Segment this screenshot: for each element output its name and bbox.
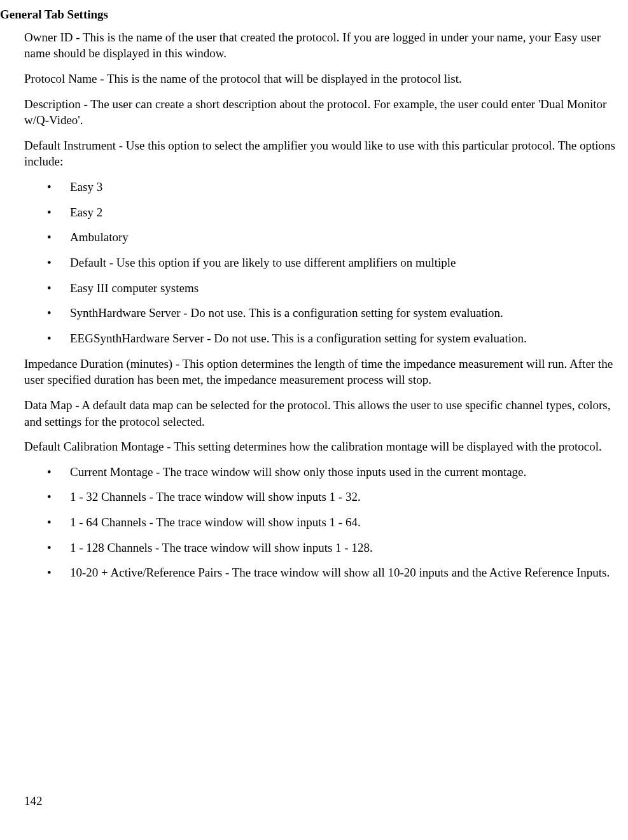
paragraph-calibration: Default Calibration Montage - This setti… bbox=[24, 438, 628, 455]
list-item: 10-20 + Active/Reference Pairs - The tra… bbox=[24, 564, 628, 581]
list-item: 1 - 128 Channels - The trace window will… bbox=[24, 540, 628, 556]
list-item: SynthHardware Server - Do not use. This … bbox=[24, 305, 628, 321]
document-page: General Tab Settings Owner ID - This is … bbox=[0, 0, 628, 581]
paragraph-impedance: Impedance Duration (minutes) - This opti… bbox=[24, 356, 628, 388]
list-item: 1 - 32 Channels - The trace window will … bbox=[24, 489, 628, 505]
paragraph-owner-id: Owner ID - This is the name of the user … bbox=[24, 29, 628, 62]
list-item: Ambulatory bbox=[24, 229, 628, 246]
page-number: 142 bbox=[24, 793, 43, 809]
paragraph-protocol-name: Protocol Name - This is the name of the … bbox=[24, 71, 628, 87]
list-item: Easy 3 bbox=[24, 179, 628, 195]
paragraph-default-instrument: Default Instrument - Use this option to … bbox=[24, 137, 628, 170]
paragraph-description: Description - The user can create a shor… bbox=[24, 96, 628, 129]
list-item: Easy 2 bbox=[24, 204, 628, 221]
instrument-list: Easy 3 Easy 2 Ambulatory Default - Use t… bbox=[24, 179, 628, 346]
list-item: Default - Use this option if you are lik… bbox=[24, 255, 628, 271]
list-item: Easy III computer systems bbox=[24, 280, 628, 297]
list-item: Current Montage - The trace window will … bbox=[24, 464, 628, 480]
section-heading: General Tab Settings bbox=[0, 6, 628, 23]
calibration-list: Current Montage - The trace window will … bbox=[24, 464, 628, 581]
paragraph-data-map: Data Map - A default data map can be sel… bbox=[24, 397, 628, 430]
list-item: 1 - 64 Channels - The trace window will … bbox=[24, 514, 628, 531]
list-item: EEGSynthHardware Server - Do not use. Th… bbox=[24, 330, 628, 347]
